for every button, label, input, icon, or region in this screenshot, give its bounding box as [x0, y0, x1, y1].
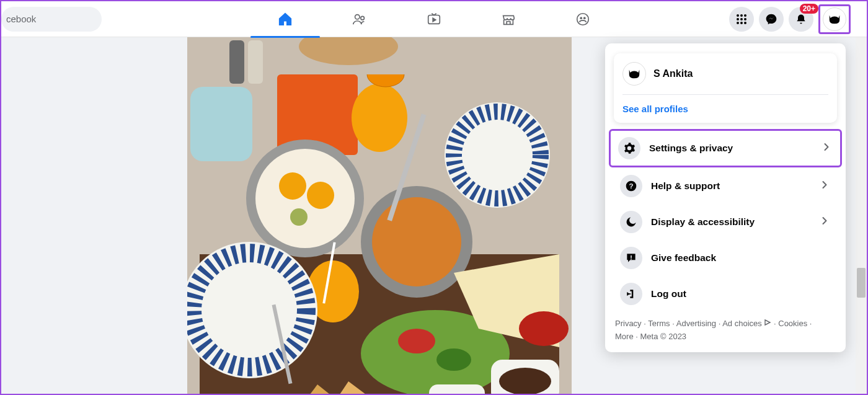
footer-advertising[interactable]: Advertising	[676, 319, 716, 328]
menu-help-support[interactable]: ? Help & support	[610, 169, 841, 203]
feedback-icon	[620, 247, 642, 269]
svg-rect-50	[627, 293, 631, 295]
footer-adchoices[interactable]: Ad choices	[722, 319, 762, 328]
footer-terms[interactable]: Terms	[648, 319, 670, 328]
notification-badge: 20+	[800, 4, 818, 14]
see-all-profiles-link[interactable]: See all profiles	[622, 104, 828, 114]
svg-point-12	[737, 22, 739, 24]
logout-icon	[620, 283, 642, 305]
svg-point-3	[577, 13, 589, 25]
tab-friends[interactable]	[325, 2, 394, 37]
svg-point-8	[744, 14, 746, 17]
svg-point-41	[519, 311, 569, 346]
footer-cookies[interactable]: Cookies	[778, 319, 807, 328]
svg-rect-49	[631, 259, 632, 260]
chevron-right-icon	[820, 141, 833, 156]
svg-rect-44	[248, 40, 263, 84]
profile-name: S Ankita	[653, 68, 693, 79]
dropdown-footer: Privacy · Terms · Advertising · Ad choic…	[605, 313, 846, 346]
top-nav-header: cebook	[1, 1, 867, 37]
svg-rect-48	[631, 255, 632, 258]
svg-point-0	[355, 14, 360, 19]
svg-point-19	[352, 84, 407, 152]
svg-rect-43	[229, 40, 244, 84]
notifications-button[interactable]: 20+	[789, 7, 813, 32]
chevron-right-icon	[818, 215, 831, 229]
svg-point-37	[436, 348, 471, 371]
svg-point-39	[499, 368, 551, 395]
watch-icon	[426, 11, 442, 27]
tab-watch[interactable]	[399, 2, 469, 37]
svg-point-36	[398, 329, 435, 353]
feed-post-image[interactable]	[187, 37, 572, 395]
search-input[interactable]: cebook	[1, 7, 102, 32]
svg-point-28	[372, 197, 461, 286]
menu-label: Help & support	[651, 180, 720, 192]
home-icon	[277, 11, 293, 27]
account-button[interactable]	[823, 7, 846, 31]
menu-display-accessibility[interactable]: Display & accessibility	[610, 205, 841, 239]
svg-point-4	[580, 17, 582, 19]
svg-point-24	[279, 172, 306, 200]
svg-point-7	[740, 14, 743, 17]
tab-home[interactable]	[250, 2, 320, 37]
svg-point-5	[583, 17, 586, 19]
avatar	[622, 62, 646, 86]
footer-privacy[interactable]: Privacy	[615, 319, 642, 328]
svg-point-25	[307, 182, 334, 209]
grid-icon	[735, 13, 748, 25]
chevron-right-icon	[818, 179, 831, 193]
groups-icon	[575, 11, 591, 27]
left-sidebar-area	[1, 37, 187, 394]
profile-card: S Ankita See all profiles	[614, 53, 837, 123]
nav-tabs	[139, 2, 729, 37]
food-photo-placeholder	[187, 37, 572, 395]
svg-point-6	[737, 14, 739, 17]
svg-point-26	[290, 208, 308, 226]
header-right-actions: 20+	[729, 4, 851, 34]
svg-point-23	[255, 149, 355, 248]
gear-icon	[618, 137, 640, 159]
menu-label: Log out	[651, 288, 686, 300]
svg-point-13	[740, 22, 743, 24]
svg-point-1	[361, 16, 365, 20]
batman-avatar-icon	[828, 12, 841, 26]
menu-log-out[interactable]: Log out	[610, 277, 841, 311]
svg-rect-40	[429, 384, 485, 395]
help-icon: ?	[620, 175, 642, 197]
tab-marketplace[interactable]	[474, 2, 543, 37]
menu-give-feedback[interactable]: Give feedback	[610, 241, 841, 275]
svg-point-10	[740, 18, 743, 20]
marketplace-icon	[500, 11, 516, 27]
svg-text:?: ?	[629, 182, 633, 190]
friends-icon	[352, 11, 368, 27]
bell-icon	[795, 13, 807, 25]
divider	[622, 94, 828, 95]
menu-grid-button[interactable]	[729, 7, 754, 32]
svg-point-11	[744, 18, 746, 20]
menu-settings-privacy[interactable]: Settings & privacy	[609, 129, 842, 167]
account-dropdown-menu: S Ankita See all profiles Settings & pri…	[605, 43, 846, 352]
messenger-icon	[765, 13, 777, 25]
svg-point-9	[737, 18, 739, 20]
scroll-thumb[interactable]	[857, 268, 866, 298]
footer-meta: Meta © 2023	[640, 332, 686, 341]
batman-avatar-icon	[627, 67, 641, 81]
footer-more[interactable]: More	[615, 332, 634, 341]
messenger-button[interactable]	[759, 7, 784, 32]
menu-label: Settings & privacy	[649, 143, 733, 154]
account-button-highlight	[818, 4, 851, 34]
svg-rect-17	[190, 87, 252, 161]
menu-label: Display & accessibility	[651, 216, 755, 228]
search-placeholder-partial: cebook	[6, 14, 36, 24]
svg-point-14	[744, 22, 746, 24]
moon-icon	[620, 211, 642, 233]
adchoices-icon	[764, 317, 771, 331]
menu-label: Give feedback	[651, 252, 716, 264]
tab-groups[interactable]	[548, 2, 618, 37]
page-scrollbar[interactable]: ▴	[856, 1, 867, 394]
profile-link[interactable]: S Ankita	[622, 62, 828, 86]
